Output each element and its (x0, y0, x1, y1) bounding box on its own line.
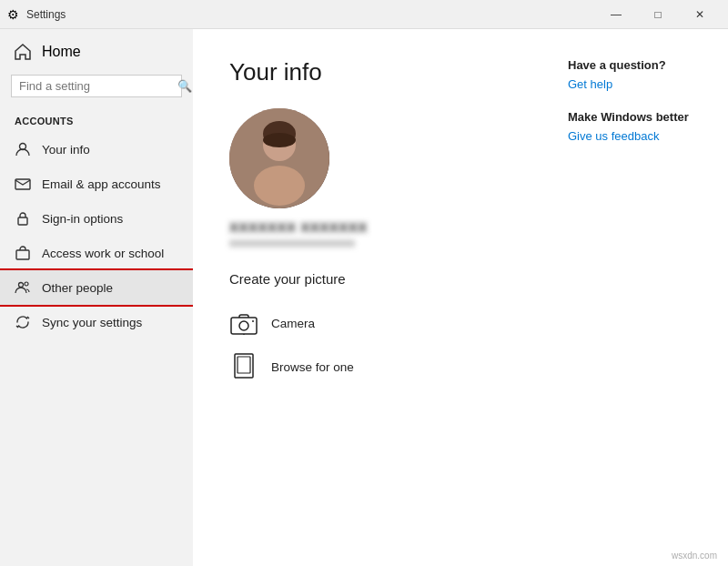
camera-label: Camera (271, 317, 315, 330)
sync-settings-label: Sync your settings (42, 316, 142, 329)
svg-rect-3 (16, 250, 29, 259)
home-icon (15, 44, 31, 60)
feedback-section: Make Windows better Give us feedback (568, 110, 706, 144)
svg-rect-2 (18, 217, 27, 225)
sidebar-item-your-info[interactable]: Your info (0, 132, 193, 167)
lock-icon (15, 210, 31, 227)
search-box[interactable]: 🔍 (11, 75, 182, 97)
briefcase-icon (15, 245, 31, 261)
browse-option[interactable]: Browse for one (229, 345, 510, 389)
sidebar-item-access-work-school[interactable]: Access work or school (0, 236, 193, 270)
main-content: Your info XXXX (193, 29, 546, 566)
group-icon (15, 279, 31, 296)
title-bar-title: Settings (26, 8, 66, 21)
help-section: Have a question? Get help (568, 58, 706, 92)
sign-in-options-label: Sign-in options (42, 212, 123, 226)
search-input[interactable] (19, 79, 172, 93)
minimize-button[interactable]: — (595, 0, 637, 29)
title-bar: ⚙ Settings — □ ✕ (0, 0, 728, 29)
profile-section: XXXXXXX XXXXXXX xxxxxxxxxxxxxxxxxxxxxxx (229, 108, 510, 249)
create-picture-section: Create your picture Camera (229, 271, 510, 389)
sidebar-section-title: Accounts (0, 108, 193, 132)
svg-rect-16 (238, 357, 250, 373)
watermark: wsxdn.com (672, 551, 717, 561)
profile-picture-inner (229, 108, 329, 208)
camera-option[interactable]: Camera (229, 301, 510, 345)
settings-icon: ⚙ (7, 7, 19, 22)
access-work-school-label: Access work or school (42, 247, 164, 260)
feedback-link[interactable]: Give us feedback (568, 129, 659, 143)
browse-icon (229, 352, 258, 381)
sidebar-item-home[interactable]: Home (0, 29, 193, 75)
email-app-accounts-label: Email & app accounts (42, 177, 161, 191)
other-people-label: Other people (42, 281, 113, 295)
app-body: Home 🔍 Accounts Your info (0, 29, 728, 566)
svg-point-5 (25, 282, 28, 286)
camera-icon (229, 308, 258, 338)
create-section-title: Create your picture (229, 271, 510, 287)
svg-point-10 (263, 133, 296, 147)
right-panel: Have a question? Get help Make Windows b… (546, 29, 728, 566)
sync-icon (15, 314, 31, 330)
svg-point-12 (239, 321, 248, 330)
close-button[interactable]: ✕ (679, 0, 721, 29)
email-icon (15, 176, 31, 192)
svg-point-13 (252, 320, 254, 322)
sidebar: Home 🔍 Accounts Your info (0, 29, 193, 566)
sidebar-item-sync-settings[interactable]: Sync your settings (0, 305, 193, 339)
search-icon: 🔍 (177, 79, 192, 93)
title-bar-left: ⚙ Settings (7, 7, 66, 22)
title-bar-controls: — □ ✕ (595, 0, 721, 29)
svg-point-4 (19, 283, 24, 288)
your-info-label: Your info (42, 143, 90, 157)
profile-picture[interactable] (229, 108, 329, 208)
svg-rect-11 (231, 318, 257, 334)
user-email: xxxxxxxxxxxxxxxxxxxxxxx (229, 237, 355, 249)
browse-label: Browse for one (271, 360, 354, 374)
sidebar-item-other-people[interactable]: Other people (0, 270, 193, 305)
feedback-title: Make Windows better (568, 110, 706, 124)
sidebar-item-sign-in-options[interactable]: Sign-in options (0, 201, 193, 236)
user-name: XXXXXXX XXXXXXX (229, 219, 368, 235)
home-label: Home (42, 44, 81, 60)
person-icon (15, 141, 31, 157)
page-title: Your info (229, 58, 510, 86)
help-title: Have a question? (568, 58, 706, 72)
svg-point-8 (254, 166, 305, 206)
profile-silhouette-svg (229, 108, 329, 208)
get-help-link[interactable]: Get help (568, 77, 612, 91)
sidebar-item-email-app-accounts[interactable]: Email & app accounts (0, 167, 193, 201)
maximize-button[interactable]: □ (637, 0, 679, 29)
